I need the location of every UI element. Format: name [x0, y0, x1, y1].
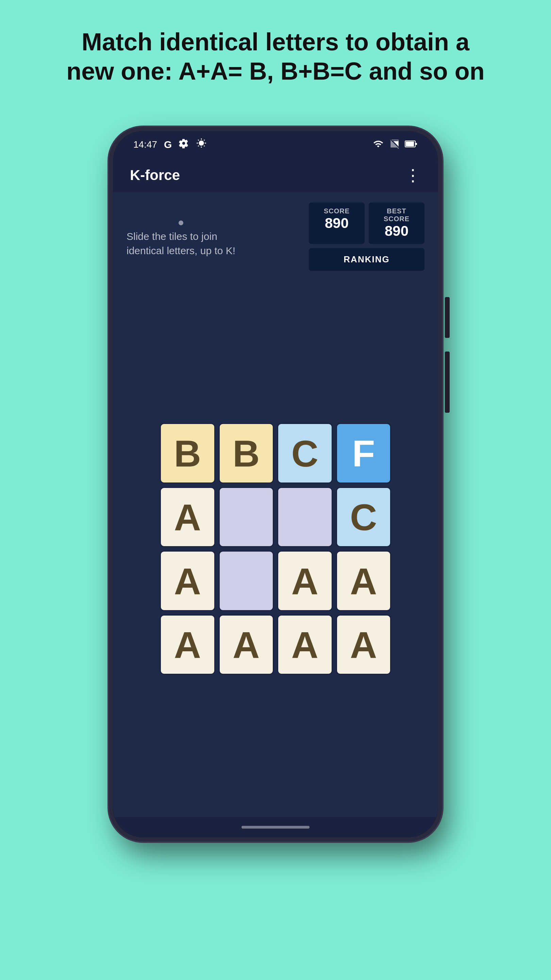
tile-r3-c3[interactable]: A [336, 614, 392, 675]
phone-mockup: 14:47 G [109, 127, 442, 842]
tile-r3-c0[interactable]: A [160, 614, 215, 675]
app-bar: K-force ⋮ [113, 158, 438, 192]
power-button [445, 352, 449, 413]
status-bar: 14:47 G [113, 131, 438, 158]
score-description: Slide the tiles to join identical letter… [127, 202, 302, 271]
google-icon: G [164, 139, 172, 150]
current-score-box: SCORE 890 [309, 202, 365, 244]
tile-r2-c1[interactable] [219, 550, 274, 611]
tile-r2-c2[interactable]: A [277, 550, 333, 611]
svg-rect-2 [415, 143, 417, 145]
description-text: Slide the tiles to join identical letter… [127, 229, 235, 258]
best-score-value: 890 [375, 223, 418, 239]
game-area[interactable]: BBCFACAAAAAAA [113, 281, 438, 817]
tile-r3-c1[interactable]: A [219, 614, 274, 675]
tile-r0-c3[interactable]: F [336, 423, 392, 484]
tile-r2-c3[interactable]: A [336, 550, 392, 611]
tile-r2-c0[interactable]: A [160, 550, 215, 611]
game-grid[interactable]: BBCFACAAAAAAA [160, 423, 391, 675]
tile-r1-c1[interactable] [219, 487, 274, 547]
status-left: 14:47 G [133, 138, 207, 151]
clock: 14:47 [133, 139, 157, 150]
overflow-menu-button[interactable]: ⋮ [405, 166, 421, 185]
dot-indicator [127, 215, 235, 229]
volume-button [445, 297, 449, 338]
wifi-icon [372, 139, 384, 150]
tile-r1-c3[interactable]: C [336, 487, 392, 547]
tile-r1-c2[interactable] [277, 487, 333, 547]
best-score-box: BEST SCORE 890 [369, 202, 424, 244]
phone-shell: 14:47 G [109, 127, 442, 842]
page-title: Match identical letters to obtain a new … [39, 27, 512, 86]
cloud-icon [195, 138, 207, 151]
score-label: SCORE [316, 207, 358, 215]
score-right: SCORE 890 BEST SCORE 890 RANKING [309, 202, 424, 271]
home-indicator [113, 817, 438, 837]
score-area: Slide the tiles to join identical letter… [113, 192, 438, 281]
tile-r0-c2[interactable]: C [277, 423, 333, 484]
tile-r1-c0[interactable]: A [160, 487, 215, 547]
svg-rect-1 [406, 142, 414, 146]
app-title: K-force [130, 167, 180, 183]
tile-r0-c0[interactable]: B [160, 423, 215, 484]
score-value: 890 [316, 215, 358, 231]
home-bar [241, 826, 310, 829]
phone-screen: 14:47 G [113, 131, 438, 837]
battery-icon [405, 140, 418, 150]
tile-r3-c2[interactable]: A [277, 614, 333, 675]
ranking-button[interactable]: RANKING [309, 248, 424, 271]
settings-icon [179, 138, 189, 151]
best-score-label: BEST SCORE [375, 207, 418, 223]
tile-r0-c1[interactable]: B [219, 423, 274, 484]
status-right [372, 139, 418, 150]
carousel-dot [179, 221, 183, 225]
signal-icon [390, 139, 399, 150]
score-boxes: SCORE 890 BEST SCORE 890 [309, 202, 424, 244]
